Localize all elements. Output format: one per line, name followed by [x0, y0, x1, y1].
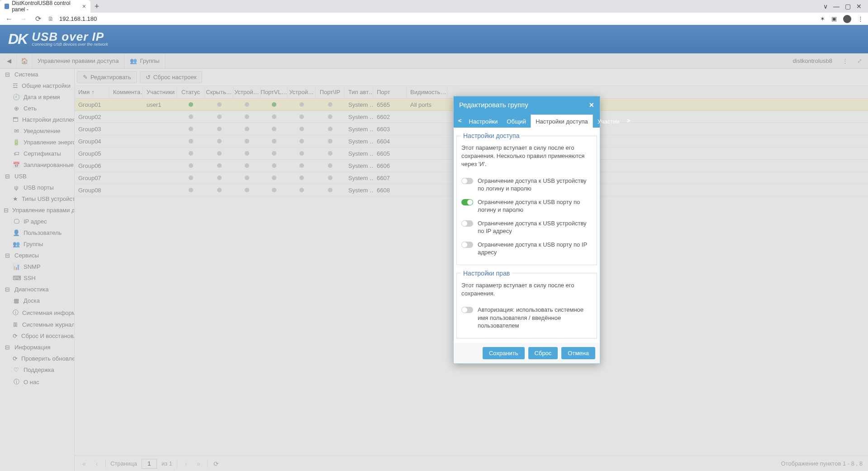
- pager-page-input[interactable]: [142, 459, 157, 469]
- browser-menu-icon[interactable]: ⋮: [858, 15, 863, 22]
- reset-settings-button[interactable]: ↺Сброс настроек: [140, 71, 203, 83]
- sidebar-section[interactable]: ⊟USB: [0, 171, 74, 182]
- sidebar-section[interactable]: ⊟Информация: [0, 342, 74, 353]
- site-info-icon[interactable]: 🗎: [48, 15, 54, 22]
- sidebar-item[interactable]: 🗔Настройки дисплея: [0, 114, 74, 125]
- toggle-row: Ограничение доступа к USB порту по IP ад…: [461, 238, 592, 259]
- sidebar-item-label: Сертификаты: [24, 150, 61, 157]
- breadcrumb-groups[interactable]: 👥Группы: [124, 53, 165, 68]
- window-maximize-button[interactable]: ▢: [845, 3, 851, 10]
- status-dot-gray-icon: [299, 176, 304, 180]
- sidebar-item[interactable]: 📊SNMP: [0, 261, 74, 272]
- sidebar-item[interactable]: ✉Уведомление: [0, 125, 74, 137]
- sidebar-item[interactable]: ♡Поддержка: [0, 364, 74, 376]
- toggle-switch[interactable]: [461, 220, 473, 227]
- avatar-icon[interactable]: [843, 15, 851, 23]
- chevron-down-icon[interactable]: ∨: [823, 3, 828, 10]
- sidebar-item[interactable]: ψUSB порты: [0, 182, 74, 193]
- col-auth-type[interactable]: Тип авт…: [345, 86, 373, 98]
- tab-access-settings[interactable]: Настройки доступа: [531, 114, 593, 128]
- pager-refresh-button[interactable]: ⟳: [212, 460, 220, 467]
- cell-port-vlan: [261, 172, 288, 184]
- sidebar-item[interactable]: 👤Пользователь: [0, 227, 74, 238]
- col-port[interactable]: Порт: [373, 86, 407, 98]
- tabs-scroll-left-button[interactable]: <: [455, 113, 465, 128]
- sidebar-section[interactable]: ⊟Управление правами досту: [0, 205, 74, 216]
- tab-general[interactable]: Общий: [502, 115, 531, 128]
- cancel-button[interactable]: Отмена: [561, 347, 595, 359]
- sidebar-item[interactable]: ⌨SSH: [0, 272, 74, 284]
- new-tab-button[interactable]: +: [90, 0, 103, 13]
- toggle-switch[interactable]: [461, 199, 473, 205]
- sidebar-item[interactable]: 📅Запланированные задан: [0, 159, 74, 171]
- extensions-icon[interactable]: ✶: [820, 15, 825, 22]
- sidebar-item[interactable]: ★Типы USB устройств: [0, 193, 74, 205]
- sidebar-item[interactable]: 🏷Сертификаты: [0, 148, 74, 159]
- col-port-vlan[interactable]: ПортVL…: [261, 86, 288, 98]
- tabs-scroll-right-button[interactable]: >: [624, 113, 633, 128]
- home-button[interactable]: 🏠: [17, 53, 32, 68]
- collapse-sidebar-button[interactable]: ◀: [1, 53, 17, 68]
- sidebar-section-label: USB: [14, 173, 27, 180]
- toggle-label: Ограничение доступа к USB устройству по …: [478, 219, 592, 235]
- toggle-switch[interactable]: [461, 178, 473, 184]
- logo-mark: DK: [8, 31, 27, 48]
- col-users[interactable]: Участники: [143, 86, 177, 98]
- dialog-header[interactable]: Редактировать группу ✕: [454, 96, 600, 113]
- url-field[interactable]: 192.168.1.180: [59, 14, 815, 24]
- cell-port-vlan: [261, 99, 288, 110]
- pager-last-button[interactable]: »: [194, 460, 203, 467]
- sidebar-section[interactable]: ⊟Сервисы: [0, 250, 74, 261]
- panel-icon[interactable]: ▣: [831, 15, 837, 22]
- sidebar-item[interactable]: ▦Доска: [0, 295, 74, 306]
- sidebar-item[interactable]: 👥Группы: [0, 238, 74, 250]
- sidebar-section[interactable]: ⊟Система: [0, 69, 74, 80]
- save-button[interactable]: Сохранить: [483, 347, 525, 359]
- pager-prev-button[interactable]: ‹: [93, 460, 101, 467]
- sidebar-item[interactable]: ⟳Сброс И восстановление: [0, 330, 74, 342]
- reset-button[interactable]: Сброс: [528, 347, 558, 359]
- tab-members[interactable]: Участни: [593, 115, 624, 128]
- sidebar-item-icon: ☲: [13, 82, 18, 89]
- tab-close-icon[interactable]: ×: [82, 3, 86, 10]
- col-port-ip[interactable]: Порт\IP: [316, 86, 345, 98]
- sidebar-item[interactable]: 🕘Дата и время: [0, 91, 74, 103]
- sidebar-item[interactable]: 🗏Системные журналы: [0, 319, 74, 330]
- cell-device2: [288, 123, 316, 135]
- sidebar-item[interactable]: 🖵IP адрес: [0, 216, 74, 227]
- col-name[interactable]: Имя↑: [75, 86, 109, 98]
- sidebar-item[interactable]: ⓘО нас: [0, 376, 74, 388]
- sidebar-item[interactable]: ⓘСистемная информация: [0, 306, 74, 319]
- tab-settings[interactable]: Настройки: [465, 115, 503, 128]
- toggle-switch[interactable]: [461, 242, 473, 248]
- sidebar-item[interactable]: 🔋Управление энергопотр: [0, 137, 74, 148]
- cell-port: 6603: [373, 123, 407, 135]
- col-status[interactable]: Статус: [177, 86, 205, 98]
- cell-port-vlan: [261, 111, 288, 123]
- window-close-button[interactable]: ✕: [856, 3, 862, 10]
- sidebar-section[interactable]: ⊟Диагностика: [0, 284, 74, 295]
- edit-button[interactable]: ✎Редактировать: [77, 71, 137, 83]
- pager-next-button[interactable]: ›: [182, 460, 190, 467]
- logo-main-text: USB over IP: [32, 32, 108, 42]
- cell-port: 6607: [373, 172, 407, 184]
- reload-button[interactable]: ⟳: [33, 14, 43, 23]
- back-button[interactable]: ←: [5, 15, 14, 23]
- sidebar-item[interactable]: ⟳Проверить обновления: [0, 353, 74, 364]
- fullscreen-button[interactable]: ⤢: [853, 57, 867, 64]
- user-menu-button[interactable]: ⋮: [838, 57, 853, 64]
- window-minimize-button[interactable]: —: [833, 3, 840, 10]
- sidebar-item[interactable]: ☲Общие настройки: [0, 80, 74, 91]
- browser-tab[interactable]: DistKontrolUSB8 control panel - ×: [0, 0, 90, 13]
- col-device2[interactable]: Устрой…: [288, 86, 316, 98]
- col-comment[interactable]: Коммента…: [109, 86, 143, 98]
- toggle-switch[interactable]: [461, 307, 473, 313]
- breadcrumb-access-rights[interactable]: Управление правами доступа: [32, 53, 124, 68]
- col-visibility[interactable]: Видимость…: [407, 86, 447, 98]
- sidebar-item[interactable]: ⊕Сеть: [0, 103, 74, 114]
- col-device[interactable]: Устрой…: [233, 86, 261, 98]
- col-hide[interactable]: Скрыть…: [205, 86, 233, 98]
- forward-button[interactable]: →: [19, 15, 28, 23]
- pager-first-button[interactable]: «: [80, 460, 88, 467]
- dialog-close-button[interactable]: ✕: [589, 101, 594, 109]
